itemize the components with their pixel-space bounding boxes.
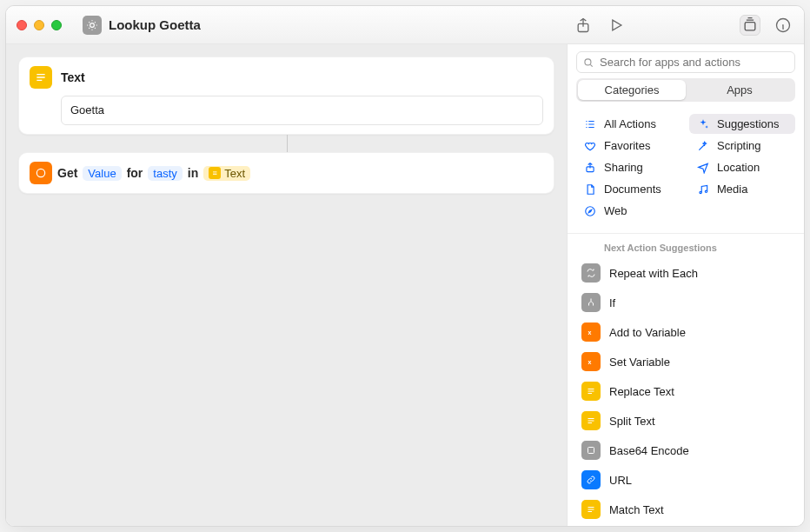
- category-all-actions[interactable]: All Actions: [576, 114, 682, 134]
- category-label: Favorites: [604, 139, 650, 152]
- action-get-dictionary-value[interactable]: Get Value for tasty in ≡ Text: [18, 152, 554, 194]
- content: Text Goetta Get Value for tasty: [6, 44, 804, 526]
- category-label: Suggestions: [717, 117, 780, 130]
- svg-text:x: x: [588, 329, 592, 336]
- suggestion-set-name[interactable]: Set Name: [568, 524, 804, 526]
- svg-rect-2: [745, 22, 755, 30]
- text-input-field[interactable]: Goetta: [61, 96, 543, 125]
- suggestions-list: Repeat with Each If x Add to Variable x …: [568, 258, 804, 526]
- category-scripting[interactable]: Scripting: [689, 136, 795, 156]
- search-input[interactable]: [600, 56, 789, 69]
- suggestion-label: Set Variable: [609, 356, 670, 369]
- svg-point-5: [585, 58, 591, 64]
- suggestion-repeat-with-each[interactable]: Repeat with Each: [568, 258, 804, 288]
- category-label: Media: [717, 183, 747, 196]
- token-value-type[interactable]: Value: [83, 166, 121, 181]
- token-key[interactable]: tasty: [148, 166, 182, 181]
- info-button[interactable]: [773, 15, 793, 36]
- suggestion-label: Base64 Encode: [609, 444, 689, 457]
- label-for: for: [127, 166, 143, 180]
- titlebar-right: [573, 15, 793, 36]
- svg-point-8: [705, 190, 707, 192]
- segmented-control[interactable]: Categories Apps: [576, 78, 795, 102]
- category-favorites[interactable]: Favorites: [576, 136, 682, 156]
- share-button[interactable]: [573, 15, 594, 36]
- category-web[interactable]: Web: [576, 201, 682, 221]
- category-label: Location: [717, 161, 760, 174]
- suggestion-if[interactable]: If: [568, 288, 804, 317]
- text-variable-icon: ≡: [209, 167, 221, 179]
- suggestion-url[interactable]: URL: [568, 465, 804, 495]
- token-input-variable[interactable]: ≡ Text: [203, 166, 250, 181]
- heart-icon: [583, 140, 597, 152]
- token-input-variable-label: Text: [224, 167, 245, 180]
- sparkle-icon: [696, 118, 710, 130]
- suggestion-label: Split Text: [609, 415, 655, 428]
- suggestion-base64-encode[interactable]: Base64 Encode: [568, 436, 804, 465]
- categories-grid: All Actions Suggestions Favorites: [568, 110, 804, 229]
- search-icon: [582, 57, 594, 69]
- suggestion-label: Repeat with Each: [609, 267, 698, 280]
- svg-point-4: [37, 169, 44, 176]
- library-button[interactable]: [740, 15, 760, 36]
- text-icon: [581, 411, 601, 430]
- variable-icon: x: [581, 352, 601, 371]
- category-label: All Actions: [604, 117, 656, 130]
- dictionary-icon: [30, 162, 52, 184]
- category-label: Sharing: [604, 161, 643, 174]
- variable-icon: x: [581, 323, 601, 342]
- svg-point-0: [90, 23, 95, 27]
- share-icon: [583, 162, 597, 174]
- category-sharing[interactable]: Sharing: [576, 157, 682, 177]
- titlebar: Lookup Goetta: [6, 6, 804, 44]
- list-icon: [583, 118, 597, 130]
- category-suggestions[interactable]: Suggestions: [689, 114, 795, 134]
- workflow-canvas[interactable]: Text Goetta Get Value for tasty: [6, 44, 568, 526]
- tab-categories[interactable]: Categories: [578, 80, 686, 100]
- link-icon: [581, 470, 601, 489]
- location-icon: [696, 162, 710, 174]
- action-text[interactable]: Text Goetta: [18, 57, 554, 135]
- suggestion-split-text[interactable]: Split Text: [568, 406, 804, 436]
- search-field[interactable]: [576, 51, 795, 73]
- titlebar-left: Lookup Goetta: [17, 16, 201, 35]
- segmented-wrap: Categories Apps: [568, 78, 804, 110]
- svg-point-9: [586, 206, 595, 216]
- document-icon: [583, 183, 597, 196]
- suggestion-label: If: [609, 296, 615, 309]
- page-title: Lookup Goetta: [109, 17, 201, 32]
- svg-text:x: x: [588, 359, 592, 365]
- suggestion-label: Match Text: [609, 503, 664, 516]
- suggestions-section-title: Next Action Suggestions: [568, 237, 804, 258]
- label-in: in: [188, 166, 198, 180]
- encode-icon: [581, 441, 601, 460]
- text-icon: [581, 382, 601, 401]
- run-button[interactable]: [606, 15, 627, 36]
- svg-rect-12: [588, 448, 594, 454]
- suggestion-label: Add to Variable: [609, 326, 686, 339]
- category-label: Scripting: [717, 139, 761, 152]
- category-label: Web: [604, 204, 627, 217]
- category-media[interactable]: Media: [689, 179, 795, 199]
- divider: [568, 233, 804, 234]
- branch-icon: [581, 293, 601, 312]
- suggestion-add-to-variable[interactable]: x Add to Variable: [568, 317, 804, 347]
- suggestion-set-variable[interactable]: x Set Variable: [568, 347, 804, 376]
- tab-apps[interactable]: Apps: [686, 80, 793, 100]
- label-get: Get: [57, 166, 77, 180]
- category-documents[interactable]: Documents: [576, 179, 682, 199]
- app-window: Lookup Goetta: [5, 5, 805, 527]
- minimize-window-button[interactable]: [34, 20, 44, 30]
- zoom-window-button[interactable]: [51, 20, 62, 30]
- repeat-icon: [581, 263, 601, 283]
- action-header: Text: [30, 66, 543, 89]
- suggestion-match-text[interactable]: Match Text: [568, 495, 804, 524]
- close-window-button[interactable]: [17, 20, 27, 30]
- action-inline-row: Get Value for tasty in ≡ Text: [30, 162, 543, 184]
- action-title: Text: [61, 70, 85, 84]
- category-location[interactable]: Location: [689, 157, 795, 177]
- safari-icon: [583, 205, 597, 217]
- search-wrap: [568, 44, 804, 78]
- suggestion-replace-text[interactable]: Replace Text: [568, 376, 804, 406]
- traffic-lights: [17, 20, 62, 30]
